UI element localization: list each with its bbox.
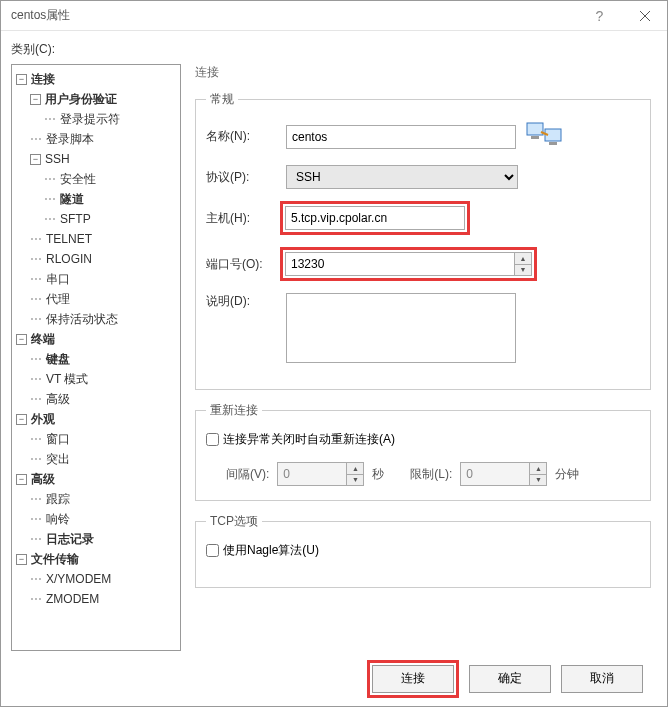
limit-label: 限制(L): [410, 466, 452, 483]
ok-button[interactable]: 确定 [469, 665, 551, 693]
dialog-footer: 连接 确定 取消 [11, 651, 657, 706]
tree-auth[interactable]: −用户身份验证 [30, 89, 180, 109]
spin-up-icon: ▲ [515, 253, 531, 265]
category-tree[interactable]: −连接 −用户身份验证 ⋯登录提示符 ⋯登录脚本 −SSH ⋯安全性 [11, 64, 181, 651]
tree-advanced1[interactable]: ⋯高级 [30, 389, 180, 409]
reconnect-group: 重新连接 连接异常关闭时自动重新连接(A) 间隔(V): ▲▼ 秒 限制(L):… [195, 402, 651, 501]
interval-input [277, 462, 347, 486]
cancel-button[interactable]: 取消 [561, 665, 643, 693]
tree-logging[interactable]: ⋯日志记录 [30, 529, 180, 549]
protocol-label: 协议(P): [206, 169, 286, 186]
general-group: 常规 名称(N): 协议(P): SSH 主机(H): 端口 [195, 91, 651, 390]
interval-unit: 秒 [372, 466, 384, 483]
auto-reconnect-checkbox[interactable] [206, 433, 219, 446]
tree-trace[interactable]: ⋯跟踪 [30, 489, 180, 509]
tree-window[interactable]: ⋯窗口 [30, 429, 180, 449]
close-button[interactable] [622, 1, 667, 31]
tcp-legend: TCP选项 [206, 513, 262, 530]
tree-advanced2[interactable]: −高级 [16, 469, 180, 489]
nagle-label: 使用Nagle算法(U) [223, 542, 319, 559]
help-button[interactable]: ? [577, 1, 622, 31]
title-bar: centos属性 ? [1, 1, 667, 31]
tree-keepalive[interactable]: ⋯保持活动状态 [30, 309, 180, 329]
connect-button[interactable]: 连接 [372, 665, 454, 693]
tree-security[interactable]: ⋯安全性 [44, 169, 180, 189]
close-icon [640, 11, 650, 21]
panel-heading: 连接 [195, 64, 651, 81]
tree-serial[interactable]: ⋯串口 [30, 269, 180, 289]
port-spinner[interactable]: ▲▼ [515, 252, 532, 276]
window-title: centos属性 [11, 7, 577, 24]
tree-rlogin[interactable]: ⋯RLOGIN [30, 249, 180, 269]
auto-reconnect-label: 连接异常关闭时自动重新连接(A) [223, 431, 395, 448]
tree-vtmode[interactable]: ⋯VT 模式 [30, 369, 180, 389]
tree-terminal[interactable]: −终端 [16, 329, 180, 349]
tree-proxy[interactable]: ⋯代理 [30, 289, 180, 309]
tree-zmodem[interactable]: ⋯ZMODEM [30, 589, 180, 609]
spin-down-icon: ▼ [515, 265, 531, 276]
limit-unit: 分钟 [555, 466, 579, 483]
host-label: 主机(H): [206, 210, 286, 227]
name-label: 名称(N): [206, 128, 286, 145]
host-input[interactable] [285, 206, 465, 230]
desc-label: 说明(D): [206, 293, 286, 310]
tcp-group: TCP选项 使用Nagle算法(U) [195, 513, 651, 588]
tree-connection[interactable]: −连接 [16, 69, 180, 89]
tree-highlight[interactable]: ⋯突出 [30, 449, 180, 469]
category-label: 类别(C): [11, 41, 657, 58]
connection-icon [526, 120, 562, 153]
svg-rect-5 [549, 142, 557, 145]
limit-input [460, 462, 530, 486]
svg-rect-3 [531, 136, 539, 139]
nagle-checkbox[interactable] [206, 544, 219, 557]
tree-tunnel[interactable]: ⋯隧道 [44, 189, 180, 209]
tree-xymodem[interactable]: ⋯X/YMODEM [30, 569, 180, 589]
desc-input[interactable] [286, 293, 516, 363]
tree-appearance[interactable]: −外观 [16, 409, 180, 429]
interval-spinner: ▲▼ [347, 462, 364, 486]
svg-rect-2 [527, 123, 543, 135]
protocol-select[interactable]: SSH [286, 165, 518, 189]
tree-sftp[interactable]: ⋯SFTP [44, 209, 180, 229]
tree-telnet[interactable]: ⋯TELNET [30, 229, 180, 249]
name-input[interactable] [286, 125, 516, 149]
tree-loginprompt[interactable]: ⋯登录提示符 [44, 109, 180, 129]
reconnect-legend: 重新连接 [206, 402, 262, 419]
tree-ssh[interactable]: −SSH [30, 149, 180, 169]
tree-keyboard[interactable]: ⋯键盘 [30, 349, 180, 369]
port-label: 端口号(O): [206, 256, 286, 273]
interval-label: 间隔(V): [226, 466, 269, 483]
port-input[interactable] [285, 252, 515, 276]
tree-bell[interactable]: ⋯响铃 [30, 509, 180, 529]
limit-spinner: ▲▼ [530, 462, 547, 486]
general-legend: 常规 [206, 91, 238, 108]
tree-filetransfer[interactable]: −文件传输 [16, 549, 180, 569]
tree-loginscript[interactable]: ⋯登录脚本 [30, 129, 180, 149]
